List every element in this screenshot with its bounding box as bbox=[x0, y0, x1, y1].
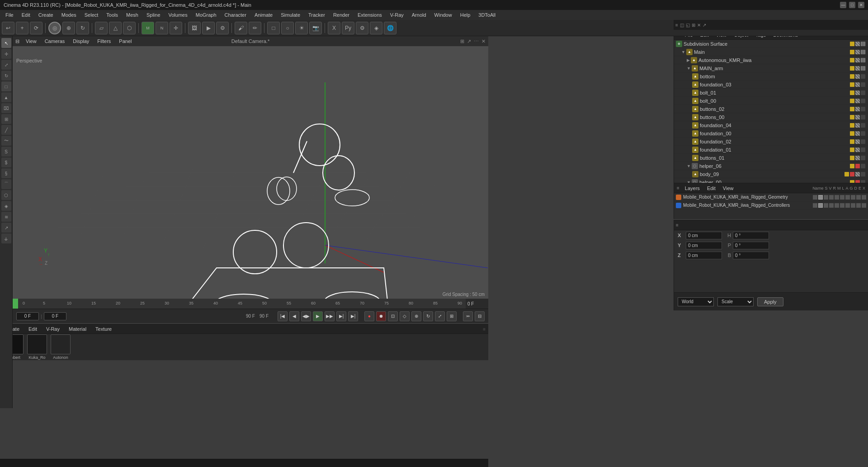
menu-animate[interactable]: Animate bbox=[251, 11, 276, 19]
tree-row-foundation02[interactable]: ▲ foundation_02 bbox=[674, 138, 868, 146]
keyframe-rot-button[interactable]: ↻ bbox=[423, 311, 433, 321]
menu-arnold[interactable]: Arnold bbox=[408, 11, 430, 19]
cube-button[interactable]: □ bbox=[267, 22, 280, 34]
layer-row-geometry[interactable]: Mobile_Robot_KUKA_KMR_iiwa_Rigged_Geomet… bbox=[674, 193, 868, 201]
record-auto-button[interactable]: ⏺ bbox=[376, 311, 386, 321]
viewport-menu-filters[interactable]: Filters bbox=[95, 38, 113, 45]
render-preview-button[interactable]: 🖼 bbox=[188, 22, 201, 34]
menu-tools[interactable]: Tools bbox=[103, 11, 122, 19]
right-panel-icon-6[interactable]: ↗ bbox=[703, 23, 706, 28]
z-pos-input[interactable] bbox=[686, 252, 722, 259]
tree-row-bolt01[interactable]: ▲ bolt_01 bbox=[674, 89, 868, 97]
sidebar-object-tool[interactable]: □ bbox=[1, 81, 11, 91]
sidebar-knife-tool[interactable]: ╱ bbox=[1, 125, 11, 135]
play-forward-button[interactable]: ▶▶ bbox=[325, 311, 335, 321]
sidebar-edge-tool[interactable]: ⌧ bbox=[1, 103, 11, 113]
sphere-button[interactable]: ○ bbox=[281, 22, 294, 34]
go-start-button[interactable]: |◀ bbox=[278, 311, 288, 321]
sidebar-shader-tool[interactable]: ◈ bbox=[1, 201, 11, 211]
menu-select[interactable]: Select bbox=[81, 11, 102, 19]
sidebar-extra3-tool[interactable]: ⚶ bbox=[1, 234, 11, 243]
tree-row-body09[interactable]: ▲ body_09 bbox=[674, 170, 868, 178]
tree-row-foundation00[interactable]: ▲ foundation_00 bbox=[674, 129, 868, 138]
sidebar-s2-tool[interactable]: $ bbox=[1, 157, 11, 167]
tree-row-buttons02[interactable]: ▲ buttons_02 bbox=[674, 105, 868, 113]
move-button[interactable]: ⊕ bbox=[62, 22, 75, 34]
p-rot-input[interactable] bbox=[733, 242, 769, 249]
viewport-fit-icon[interactable]: ⊞ bbox=[460, 38, 464, 44]
sidebar-poly-tool[interactable]: ▲ bbox=[1, 92, 11, 102]
anim-scheme-button[interactable]: ⤔ bbox=[463, 311, 473, 321]
snap-button[interactable]: ✛ bbox=[170, 22, 182, 34]
layer-geom-e[interactable] bbox=[856, 195, 861, 200]
layer-ctrl-m[interactable] bbox=[829, 203, 834, 208]
viewport-expand-icon[interactable]: ↗ bbox=[467, 38, 471, 44]
script-button[interactable]: ⚙ bbox=[356, 22, 368, 34]
menu-file[interactable]: File bbox=[2, 11, 17, 19]
layer-geom-a[interactable] bbox=[840, 195, 844, 200]
undo-button[interactable]: ↩ bbox=[2, 22, 14, 34]
edge-button[interactable]: △ bbox=[109, 22, 122, 34]
right-panel-icon-5[interactable]: ✕ bbox=[697, 23, 701, 28]
frame-start-input[interactable] bbox=[16, 312, 39, 320]
menu-help[interactable]: Help bbox=[457, 11, 474, 19]
right-panel-icon-2[interactable]: ◫ bbox=[680, 23, 684, 28]
tree-row-foundation01[interactable]: ▲ foundation_01 bbox=[674, 146, 868, 154]
step-back-button[interactable]: ◀ bbox=[289, 311, 299, 321]
menu-window[interactable]: Window bbox=[431, 11, 456, 19]
tree-row-foundation03[interactable]: ▲ foundation_03 bbox=[674, 81, 868, 89]
menu-3dtoall[interactable]: 3DToAll bbox=[475, 11, 499, 19]
tree-row-bolt00[interactable]: ▲ bolt_00 bbox=[674, 97, 868, 105]
mat-material-btn[interactable]: Material bbox=[67, 326, 88, 332]
sidebar-bend-tool[interactable]: 〜 bbox=[1, 136, 11, 146]
xpresso-button[interactable]: X bbox=[328, 22, 340, 34]
menu-edit[interactable]: Edit bbox=[18, 11, 34, 19]
tree-row-helper06[interactable]: ▼ ◌ helper_06 bbox=[674, 162, 868, 170]
sidebar-s-tool[interactable]: S bbox=[1, 147, 11, 157]
light-button[interactable]: ☀ bbox=[295, 22, 308, 34]
sidebar-pointer-tool[interactable]: ↖ bbox=[1, 38, 11, 48]
viewport-menu-view[interactable]: View bbox=[24, 38, 38, 45]
tree-row-autonomous[interactable]: ▶ ▲ Autonomous_KMR_iiwa bbox=[674, 56, 868, 64]
poly-button[interactable]: ▱ bbox=[95, 22, 108, 34]
material-autonon[interactable]: Autonon bbox=[51, 334, 71, 360]
layer-geom-g[interactable] bbox=[845, 195, 850, 200]
y-pos-input[interactable] bbox=[686, 242, 722, 249]
layers-menu-icon[interactable]: ≡ bbox=[677, 186, 679, 191]
viewport-menu-cameras[interactable]: Cameras bbox=[43, 38, 67, 45]
material-button[interactable]: ◈ bbox=[370, 22, 382, 34]
render-settings-button[interactable]: ⚙ bbox=[216, 22, 229, 34]
mat-texture-btn[interactable]: Texture bbox=[94, 326, 113, 332]
add-button[interactable]: + bbox=[16, 22, 28, 34]
sidebar-point-tool[interactable]: ⊞ bbox=[1, 114, 11, 124]
rotate-button[interactable]: ↻ bbox=[76, 22, 89, 34]
play-back-button[interactable]: ◀▶ bbox=[301, 311, 311, 321]
menu-tracker[interactable]: Tracker bbox=[305, 11, 329, 19]
x-pos-input[interactable] bbox=[686, 232, 722, 239]
coord-transform-select[interactable]: Scale Position Rotation bbox=[717, 297, 754, 306]
right-panel-icon-1[interactable]: ≡ bbox=[675, 23, 678, 28]
layer-ctrl-v[interactable] bbox=[818, 203, 823, 208]
sidebar-move-tool[interactable]: ✛ bbox=[1, 49, 11, 59]
main-expand[interactable]: ▼ bbox=[681, 50, 685, 54]
layer-ctrl-e[interactable] bbox=[856, 203, 861, 208]
close-button[interactable]: ✕ bbox=[858, 2, 864, 8]
brush-button[interactable]: ✏ bbox=[249, 22, 261, 34]
layers-edit-btn[interactable]: Edit bbox=[705, 185, 717, 191]
mat-collapse-icon[interactable]: ≡ bbox=[483, 327, 486, 332]
viewport-dots-icon[interactable]: ⋯ bbox=[474, 38, 479, 44]
model-button[interactable]: M bbox=[142, 22, 154, 34]
anim-extra-button[interactable]: ⊟ bbox=[475, 311, 485, 321]
sidebar-s3-tool[interactable]: § bbox=[1, 168, 11, 178]
tree-row-main-arm[interactable]: ▼ ▲ MAIN_arm bbox=[674, 64, 868, 72]
auto-expand[interactable]: ▶ bbox=[687, 58, 690, 62]
sidebar-extra2-tool[interactable]: ↗ bbox=[1, 223, 11, 233]
minimize-button[interactable]: — bbox=[840, 2, 846, 8]
world-button[interactable]: 🌐 bbox=[384, 22, 396, 34]
menu-extensions[interactable]: Extensions bbox=[354, 11, 386, 19]
keyframe-button[interactable]: ◇ bbox=[400, 311, 410, 321]
menu-mograph[interactable]: MoGraph bbox=[192, 11, 220, 19]
layer-geom-m[interactable] bbox=[829, 195, 834, 200]
viewport-menu-display[interactable]: Display bbox=[71, 38, 91, 45]
mat-edit-btn[interactable]: Edit bbox=[27, 326, 39, 332]
